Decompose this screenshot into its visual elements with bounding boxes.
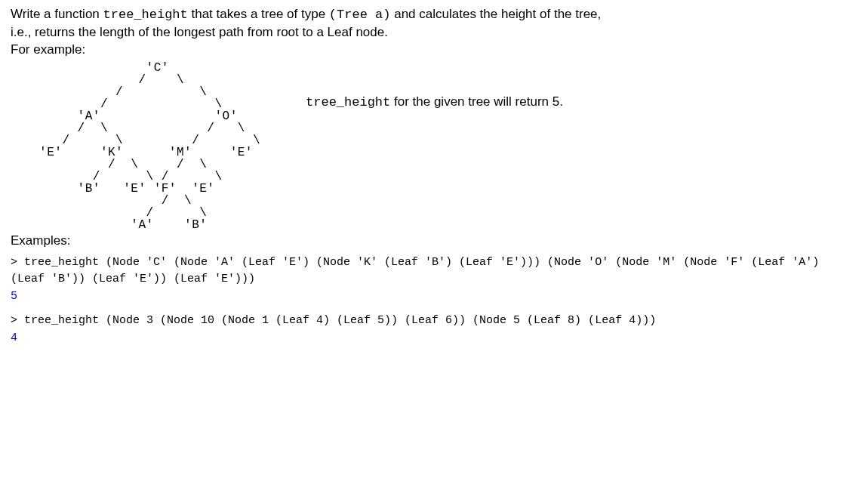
tree-section: 'C' / \ / \ / \ 'A' 'O' / \ / \ / \ / \ … [11,62,857,231]
examples-heading: Examples: [11,233,857,250]
caption-suffix: . [559,94,563,109]
caption-result: 5 [553,94,559,109]
function-name: tree_height [103,8,188,22]
question-line2: i.e., returns the length of the longest … [11,25,388,39]
tree-caption: tree_height for the given tree will retu… [260,62,563,112]
question-line1-prefix: Write a function [11,7,103,21]
type-expression: (Tree a) [329,8,391,22]
question-text: Write a function tree_height that takes … [11,6,857,59]
example-result: 5 [11,290,17,303]
example-result: 4 [11,331,17,344]
example-prompt: > tree_height (Node 3 (Node 10 (Node 1 (… [11,314,656,327]
tree-diagram: 'C' / \ / \ / \ 'A' 'O' / \ / \ / \ / \ … [11,62,260,231]
example-block-2: > tree_height (Node 3 (Node 10 (Node 1 (… [11,313,857,347]
caption-func: tree_height [306,95,390,109]
question-line3: For example: [11,42,85,57]
caption-mid: for the given tree will return [390,94,552,109]
example-block-1: > tree_height (Node 'C' (Node 'A' (Leaf … [11,254,857,306]
example-prompt: > tree_height (Node 'C' (Node 'A' (Leaf … [11,256,819,286]
question-line1-mid: that takes a tree of type [188,7,329,21]
question-line1-suffix: and calculates the height of the tree, [390,7,601,21]
